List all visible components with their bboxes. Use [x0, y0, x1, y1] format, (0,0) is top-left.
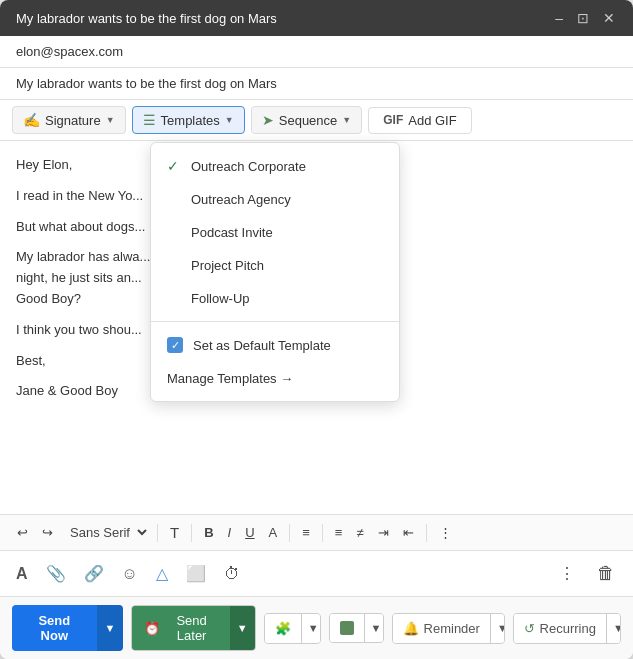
italic-button[interactable]: I	[223, 522, 237, 543]
template-podcast-invite[interactable]: Podcast Invite	[151, 216, 399, 249]
recurring-label: Recurring	[540, 621, 596, 636]
indent-button[interactable]: ⇥	[373, 522, 394, 543]
send-later-group: ⏰ Send Later ▼	[131, 605, 255, 651]
manage-templates-link[interactable]: Manage Templates →	[151, 362, 399, 395]
sequence-button[interactable]: ➤ Sequence ▼	[251, 106, 362, 134]
reminder-label: Reminder	[424, 621, 480, 636]
set-default-label: Set as Default Template	[193, 338, 331, 353]
maximize-button[interactable]: ⊡	[575, 10, 591, 26]
template-outreach-agency[interactable]: Outreach Agency	[151, 183, 399, 216]
add-gif-button[interactable]: GIF Add GIF	[368, 107, 471, 134]
templates-caret-icon: ▼	[225, 115, 234, 125]
unordered-list-button[interactable]: ≠	[351, 522, 368, 543]
ordered-list-button[interactable]: ≡	[330, 522, 348, 543]
schedule-button[interactable]: ⏱	[220, 561, 244, 587]
signature-label: Signature	[45, 113, 101, 128]
gif-prefix: GIF	[383, 113, 403, 127]
insert-photo-button[interactable]: ⬜	[182, 560, 210, 587]
format-text-button[interactable]: A	[12, 561, 32, 587]
delete-draft-button[interactable]: 🗑	[591, 559, 621, 588]
checkbox-checked-icon: ✓	[167, 337, 183, 353]
template-follow-up[interactable]: Follow-Up	[151, 282, 399, 315]
attach-file-button[interactable]: 📎	[42, 560, 70, 587]
compose-toolbar: ✍ Signature ▼ ☰ Templates ▼ ➤ Sequence ▼…	[0, 100, 633, 141]
green-plugin-caret-button[interactable]: ▼	[364, 614, 384, 642]
close-button[interactable]: ✕	[601, 10, 617, 26]
manage-templates-label: Manage Templates →	[167, 371, 293, 386]
bell-icon: 🔔	[403, 621, 419, 636]
font-color-button[interactable]: A	[264, 522, 283, 543]
font-size-button[interactable]: T	[165, 521, 184, 544]
align-button[interactable]: ≡	[297, 522, 315, 543]
templates-button[interactable]: ☰ Templates ▼	[132, 106, 245, 134]
template-label: Outreach Agency	[191, 192, 291, 207]
templates-label: Templates	[161, 113, 220, 128]
outdent-button[interactable]: ⇤	[398, 522, 419, 543]
send-later-button[interactable]: ⏰ Send Later	[132, 606, 229, 650]
recurring-icon: ↺	[524, 621, 535, 636]
signature-caret-icon: ▼	[106, 115, 115, 125]
template-project-pitch[interactable]: Project Pitch	[151, 249, 399, 282]
title-bar: My labrador wants to be the first dog on…	[0, 0, 633, 36]
action-bar: A 📎 🔗 ☺ △ ⬜ ⏱ ⋮ 🗑	[0, 550, 633, 596]
bottom-bar: Send Now ▼ ⏰ Send Later ▼ 🧩 ▼ ▼ 🔔	[0, 596, 633, 659]
green-plugin-button[interactable]	[330, 614, 364, 642]
to-field: elon@spacex.com	[0, 36, 633, 68]
minimize-button[interactable]: –	[553, 10, 565, 26]
toolbar-divider	[157, 524, 158, 542]
more-format-button[interactable]: ⋮	[434, 522, 457, 543]
add-gif-label: Add GIF	[408, 113, 456, 128]
undo-button[interactable]: ↩	[12, 522, 33, 543]
send-later-caret-button[interactable]: ▼	[230, 606, 255, 650]
subject-text: My labrador wants to be the first dog on…	[16, 76, 277, 91]
sequence-label: Sequence	[279, 113, 338, 128]
toolbar-divider	[426, 524, 427, 542]
subject-field: My labrador wants to be the first dog on…	[0, 68, 633, 100]
template-label: Outreach Corporate	[191, 159, 306, 174]
recurring-button[interactable]: ↺ Recurring	[514, 614, 606, 643]
plugin-caret-button[interactable]: ▼	[301, 614, 321, 643]
puzzle-icon: 🧩	[275, 621, 291, 636]
template-label: Project Pitch	[191, 258, 264, 273]
format-toolbar: ↩ ↪ Sans Serif T B I U A ≡ ≡ ≠ ⇥ ⇤ ⋮	[0, 514, 633, 550]
send-now-caret-button[interactable]: ▼	[97, 605, 124, 651]
template-label: Podcast Invite	[191, 225, 273, 240]
reminder-button[interactable]: 🔔 Reminder	[393, 614, 490, 643]
insert-emoji-button[interactable]: ☺	[118, 561, 142, 587]
sequence-caret-icon: ▼	[342, 115, 351, 125]
template-outreach-corporate[interactable]: ✓ Outreach Corporate	[151, 149, 399, 183]
template-label: Follow-Up	[191, 291, 250, 306]
email-compose-window: My labrador wants to be the first dog on…	[0, 0, 633, 659]
send-now-button[interactable]: Send Now	[12, 605, 97, 651]
toolbar-divider	[289, 524, 290, 542]
signature-icon: ✍	[23, 112, 40, 128]
bold-button[interactable]: B	[199, 522, 218, 543]
toolbar-divider	[191, 524, 192, 542]
templates-dropdown: ✓ Outreach Corporate Outreach Agency Pod…	[150, 142, 400, 402]
signature-button[interactable]: ✍ Signature ▼	[12, 106, 126, 134]
clock-icon: ⏰	[144, 621, 160, 636]
more-options-button[interactable]: ⋮	[553, 560, 581, 587]
puzzle-plugin-button[interactable]: 🧩	[265, 614, 301, 643]
reminder-caret-button[interactable]: ▼	[490, 614, 505, 643]
insert-drive-button[interactable]: △	[152, 560, 172, 587]
send-now-group: Send Now ▼	[12, 605, 123, 651]
plugin-group: 🧩 ▼	[264, 613, 321, 644]
to-address: elon@spacex.com	[16, 44, 123, 59]
send-later-label: Send Later	[165, 613, 217, 643]
underline-button[interactable]: U	[240, 522, 259, 543]
toolbar-divider	[322, 524, 323, 542]
green-plugin-group: ▼	[329, 613, 384, 643]
set-default-template[interactable]: ✓ Set as Default Template	[151, 328, 399, 362]
insert-link-button[interactable]: 🔗	[80, 560, 108, 587]
green-icon	[340, 621, 354, 635]
templates-icon: ☰	[143, 112, 156, 128]
window-title: My labrador wants to be the first dog on…	[16, 11, 277, 26]
recurring-caret-button[interactable]: ▼	[606, 614, 621, 643]
redo-button[interactable]: ↪	[37, 522, 58, 543]
checkmark-icon: ✓	[167, 158, 183, 174]
reminder-group: 🔔 Reminder ▼	[392, 613, 505, 644]
recurring-group: ↺ Recurring ▼	[513, 613, 621, 644]
font-family-select[interactable]: Sans Serif	[62, 522, 150, 543]
window-controls: – ⊡ ✕	[553, 10, 617, 26]
